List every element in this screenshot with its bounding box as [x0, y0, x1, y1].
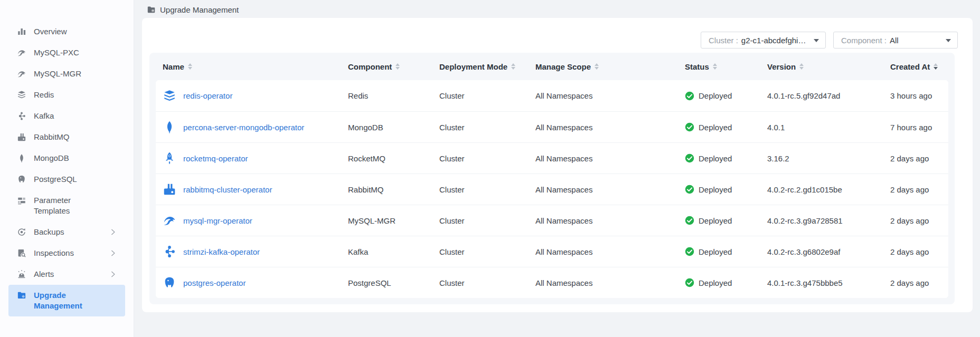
sidebar-item-parameter-templates[interactable]: Parameter Templates — [8, 190, 125, 222]
component-cell: MySQL-MGR — [348, 216, 439, 225]
upgrade-management-icon — [147, 5, 156, 14]
table-row: mysql-mgr-operator MySQL-MGR Cluster All… — [156, 205, 948, 236]
sidebar-item-mongodb[interactable]: MongoDB — [8, 148, 125, 169]
table-row: strimzi-kafka-operator Kafka Cluster All… — [156, 236, 948, 267]
sort-icon[interactable] — [595, 63, 599, 70]
sort-icon[interactable] — [713, 63, 717, 70]
deployed-check-icon — [685, 91, 694, 101]
column-header-deployment-mode: Deployment Mode — [439, 62, 535, 71]
operator-name-link[interactable]: strimzi-kafka-operator — [183, 247, 260, 256]
sort-icon[interactable] — [188, 63, 192, 70]
status-cell: Deployed — [685, 247, 767, 256]
version-cell: 4.0.1 — [767, 123, 890, 132]
component-cell: MongoDB — [348, 123, 439, 132]
created-at-cell: 2 days ago — [890, 278, 941, 287]
deployed-check-icon — [685, 278, 694, 287]
sidebar-item-label: Inspections — [34, 248, 101, 258]
operator-name-link[interactable]: rocketmq-operator — [183, 154, 248, 163]
sidebar-item-inspections[interactable]: Inspections — [8, 243, 125, 264]
manage-scope-cell: All Namespaces — [535, 216, 685, 225]
operator-name-link[interactable]: percona-server-mongodb-operator — [183, 123, 304, 132]
created-at-cell: 2 days ago — [890, 185, 941, 194]
operator-name-link[interactable]: rabbitmq-cluster-operator — [183, 185, 272, 194]
overview-icon — [17, 27, 26, 36]
sidebar: Overview MySQL-PXC MySQL-MGR Redis Kafka… — [0, 0, 134, 337]
sidebar-item-mysql-mgr[interactable]: MySQL-MGR — [8, 63, 125, 84]
status-label: Deployed — [699, 154, 732, 163]
deployed-check-icon — [685, 153, 694, 163]
operator-name-link[interactable]: redis-operator — [183, 91, 232, 100]
status-label: Deployed — [699, 278, 732, 287]
column-header-version: Version — [767, 62, 890, 71]
deployment-mode-cell: Cluster — [439, 216, 535, 225]
sidebar-item-backups[interactable]: Backups — [8, 222, 125, 243]
deployed-check-icon — [685, 185, 694, 194]
component-select-label: Component : — [841, 36, 887, 45]
status-label: Deployed — [699, 216, 732, 225]
sidebar-item-kafka[interactable]: Kafka — [8, 105, 125, 127]
sidebar-item-mysql-pxc[interactable]: MySQL-PXC — [8, 42, 125, 63]
kafka-icon — [163, 245, 176, 258]
column-header-name: Name — [163, 62, 348, 71]
mongodb-icon — [17, 153, 26, 163]
operator-name-link[interactable]: mysql-mgr-operator — [183, 216, 252, 225]
deployment-mode-cell: Cluster — [439, 154, 535, 163]
upgrade-icon — [17, 291, 26, 300]
redis-icon — [163, 89, 176, 103]
breadcrumb: Upgrade Management — [147, 4, 239, 15]
sidebar-item-label: Parameter Templates — [34, 195, 101, 216]
table-row: percona-server-mongodb-operator MongoDB … — [156, 111, 948, 142]
sort-icon[interactable] — [934, 63, 938, 70]
mysql-icon — [17, 48, 26, 57]
deployment-mode-cell: Cluster — [439, 91, 535, 100]
operators-table: Name Component Deployment Mode Manage Sc… — [149, 53, 955, 304]
deployment-mode-cell: Cluster — [439, 123, 535, 132]
sidebar-item-label: RabbitMQ — [34, 132, 101, 142]
created-at-cell: 2 days ago — [890, 216, 941, 225]
sidebar-item-label: MySQL-PXC — [34, 47, 101, 58]
redis-icon — [17, 90, 26, 100]
table-row: rocketmq-operator RocketMQ Cluster All N… — [156, 142, 948, 174]
sort-icon[interactable] — [395, 63, 400, 70]
cluster-select[interactable]: Cluster : g2-c1-abcdefghijklm... — [701, 32, 826, 49]
inspections-icon — [17, 248, 26, 258]
caret-down-icon — [814, 39, 819, 42]
created-at-cell: 3 hours ago — [890, 91, 941, 100]
sidebar-item-alerts[interactable]: Alerts — [8, 264, 125, 285]
sort-icon[interactable] — [799, 63, 804, 70]
sidebar-item-label: Kafka — [34, 111, 101, 121]
manage-scope-cell: All Namespaces — [535, 154, 685, 163]
rabbitmq-icon — [163, 182, 176, 196]
component-cell: Redis — [348, 91, 439, 100]
sort-icon[interactable] — [511, 63, 515, 70]
manage-scope-cell: All Namespaces — [535, 278, 685, 287]
sidebar-item-upgrade-management[interactable]: Upgrade Management — [8, 285, 125, 316]
deployment-mode-cell: Cluster — [439, 278, 535, 287]
sidebar-item-label: MySQL-MGR — [34, 69, 101, 79]
component-cell: Kafka — [348, 247, 439, 256]
table-row: rabbitmq-cluster-operator RabbitMQ Clust… — [156, 174, 948, 205]
cluster-select-value: g2-c1-abcdefghijklm... — [741, 36, 807, 45]
version-cell: 4.0.2-rc.3.g9a728581 — [767, 216, 890, 225]
sidebar-item-label: Alerts — [34, 269, 101, 280]
component-select[interactable]: Component : All — [833, 32, 958, 49]
breadcrumb-title: Upgrade Management — [160, 5, 239, 14]
version-cell: 3.16.2 — [767, 154, 890, 163]
status-cell: Deployed — [685, 278, 767, 287]
sidebar-item-postgresql[interactable]: PostgreSQL — [8, 169, 125, 190]
chevron-right-icon — [109, 249, 117, 257]
sidebar-item-redis[interactable]: Redis — [8, 84, 125, 105]
sidebar-nav-list: Overview MySQL-PXC MySQL-MGR Redis Kafka… — [0, 21, 134, 316]
sidebar-item-rabbitmq[interactable]: RabbitMQ — [8, 127, 125, 148]
sidebar-item-overview[interactable]: Overview — [8, 21, 125, 42]
deployed-check-icon — [685, 216, 694, 225]
parameters-icon — [17, 196, 26, 205]
column-header-component: Component — [348, 62, 439, 71]
operator-name-link[interactable]: postgres-operator — [183, 278, 246, 287]
alerts-icon — [17, 269, 26, 279]
table-row: postgres-operator PostgreSQL Cluster All… — [156, 267, 948, 298]
version-cell: 4.0.2-rc.2.gd1c015be — [767, 185, 890, 194]
sidebar-item-label: Redis — [34, 90, 101, 100]
status-label: Deployed — [699, 247, 732, 256]
created-at-cell: 7 hours ago — [890, 123, 941, 132]
